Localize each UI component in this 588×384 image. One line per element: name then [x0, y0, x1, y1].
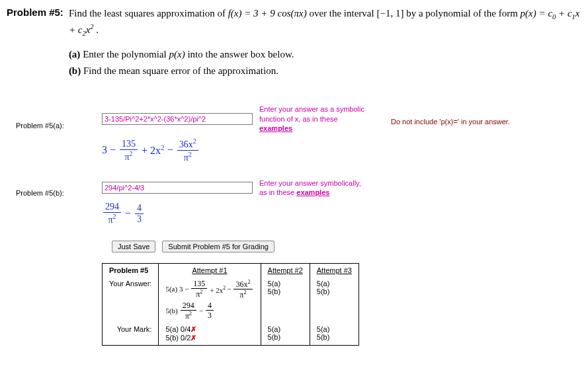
- row-label-a: Problem #5(a):: [16, 104, 102, 130]
- problem-header: Problem #5: Find the least squares appro…: [7, 7, 581, 81]
- attempt2-answer: 5(a) 5(b): [261, 277, 310, 323]
- your-answer-label: Your Answer:: [109, 280, 151, 288]
- attempt3-mark: 5(a) 5(b): [310, 323, 358, 346]
- answer-row-b: Problem #5(b): Enter your answer symboli…: [16, 178, 581, 225]
- wrong-icon: ✗: [190, 325, 196, 333]
- subparts: (a) Enter the polynomial p(x) into the a…: [69, 48, 581, 78]
- results-table: Problem #5 Attempt #1 Attempt #2 Attempt…: [102, 263, 359, 346]
- table-header-problem: Problem #5: [103, 263, 159, 277]
- part-b: (b) Find the mean square error of the ap…: [69, 64, 581, 78]
- attempt-2-link[interactable]: Attempt #2: [268, 266, 303, 274]
- formula-echo-a: 3 − 135π2 + 2x2 − 36x2π2: [102, 138, 510, 162]
- examples-link-a[interactable]: examples: [259, 124, 292, 132]
- attempt-1-link[interactable]: Attempt #1: [192, 266, 227, 274]
- part-a: (a) Enter the polynomial p(x) into the a…: [69, 48, 581, 61]
- just-save-button[interactable]: Just Save: [112, 241, 155, 252]
- attempt-3-link[interactable]: Attempt #3: [317, 266, 352, 274]
- answer-input-a[interactable]: [102, 113, 253, 125]
- attempt1-answer: 5(a) 3 − 135π2 + 2x2 − 36x2π2 5(b) 294π2…: [159, 277, 261, 323]
- statement-text: over the interval: [309, 8, 376, 19]
- attempt2-mark: 5(a) 5(b): [261, 323, 310, 346]
- formula-echo-b: 294π2 − 43: [102, 202, 361, 225]
- statement-text: by a polynomial of the form: [406, 8, 520, 19]
- interval: [−1, 1]: [376, 8, 403, 19]
- examples-link-b[interactable]: examples: [296, 188, 329, 196]
- answer-input-b[interactable]: [102, 182, 253, 194]
- f-expression: f(x) = 3 + 9 cos(πx): [228, 8, 307, 19]
- submit-button[interactable]: Submit Problem #5 for Grading: [162, 241, 274, 252]
- statement-text: Find the least squares approximation of: [69, 8, 228, 19]
- note-a: Do not include 'p(x)=' in your answer.: [391, 112, 510, 126]
- problem-number: Problem #5:: [7, 7, 63, 18]
- wrong-icon: ✗: [190, 334, 196, 342]
- hint-a: Enter your answer as a symbolic function…: [259, 104, 364, 133]
- attempt1-mark: 5(a) 0/4✗ 5(b) 0/2✗: [159, 323, 261, 346]
- attempt3-answer: 5(a) 5(b): [310, 277, 358, 323]
- buttons-row: Just Save Submit Problem #5 for Grading: [112, 241, 581, 252]
- hint-b: Enter your answer symbolically, as in th…: [259, 178, 361, 198]
- answer-row-a: Problem #5(a): Enter your answer as a sy…: [16, 104, 581, 162]
- problem-statement: Find the least squares approximation of …: [69, 7, 581, 81]
- your-mark-label: Your Mark:: [109, 325, 151, 333]
- row-label-b: Problem #5(b):: [16, 178, 102, 197]
